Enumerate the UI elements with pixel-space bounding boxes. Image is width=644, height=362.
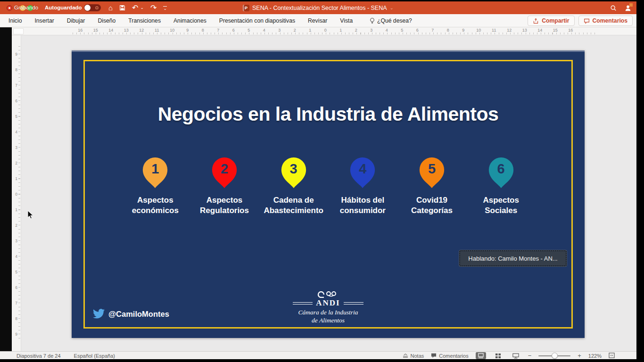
tell-me-tab[interactable]: ¿Qué desea?: [370, 17, 412, 24]
ruler-number: 3: [364, 28, 380, 33]
statusbar: Diapositiva 7 de 24 Español (España) Not…: [0, 351, 636, 359]
notes-icon: [403, 354, 408, 358]
ruler-number: 7: [425, 28, 441, 33]
document-title: SENA - Contextualización Sector Alimento…: [252, 5, 387, 11]
notes-toggle[interactable]: Notas: [403, 353, 424, 359]
titlebar: Grabando Autoguardado ⌂ ↶ ⌄ ↷ ⌄ P SENA -…: [0, 1, 636, 14]
ribbon-tab[interactable]: Presentación con diapositivas: [219, 17, 295, 24]
presence-badge: [629, 3, 633, 7]
ribbon-tab[interactable]: Inicio: [8, 17, 22, 24]
title-chevron-down-icon[interactable]: ⌄: [390, 5, 394, 10]
numbered-pin[interactable]: 1 Aspectoseconómicos: [121, 156, 190, 216]
horizontal-ruler-numbers: 1615141312111098765432101234567891011121…: [73, 28, 578, 33]
comments-button[interactable]: Comentarios: [578, 16, 633, 26]
pin-label: Hábitos delconsumidor: [340, 195, 386, 216]
share-label: Compartir: [542, 17, 569, 24]
slide-title[interactable]: Negocios en la Industria de Alimentos: [72, 103, 585, 125]
normal-view-icon: [478, 353, 484, 358]
ribbon-tab[interactable]: Diseño: [98, 17, 116, 24]
comments-status-label: Comentarios: [439, 353, 468, 359]
ribbon-tab[interactable]: Animaciones: [173, 17, 206, 24]
ruler-number: 12: [502, 28, 517, 33]
pin-label: AspectosSociales: [483, 195, 519, 216]
ruler-number: 4: [256, 28, 272, 33]
zoom-in-button[interactable]: +: [578, 352, 581, 359]
zoom-out-button[interactable]: −: [528, 352, 532, 359]
ruler-number: 9: [456, 28, 471, 33]
ruler-number: 14: [532, 28, 548, 33]
slideshow-view-button[interactable]: [511, 352, 521, 359]
screen: Grabando Autoguardado ⌂ ↶ ⌄ ↷ ⌄ P SENA -…: [0, 0, 644, 362]
vertical-ruler-ticks: [18, 46, 20, 342]
ribbon-tab[interactable]: Insertar: [34, 17, 54, 24]
screen-edge-right: [636, 0, 644, 362]
slide-sorter-icon: [495, 353, 501, 359]
ribbon-tab[interactable]: Transiciones: [128, 17, 161, 24]
ruler-number: 1: [303, 28, 318, 33]
ruler-number: 2: [348, 28, 364, 33]
ruler-number: 13: [517, 28, 533, 33]
ruler-number: 8: [195, 28, 211, 33]
ribbon-tab[interactable]: Dibujar: [67, 17, 85, 24]
normal-view-button[interactable]: [476, 352, 486, 359]
pin-label: Aspectoseconómicos: [132, 195, 179, 216]
numbered-pin[interactable]: 6 AspectosSociales: [466, 156, 536, 216]
horizontal-ruler[interactable]: 1615141312111098765432101234567891011121…: [12, 27, 636, 35]
vertical-ruler[interactable]: 9876543210123456789: [12, 35, 21, 351]
zoom-slider-knob[interactable]: [552, 353, 558, 359]
numbered-pin[interactable]: 3 Cadena deAbastecimiento: [259, 156, 328, 216]
ruler-number: 15: [88, 28, 104, 33]
ruler-number: 16: [563, 28, 578, 33]
andi-swirl-icon: [317, 291, 339, 298]
screen-edge-bottom: [0, 359, 644, 362]
screen-edge-top: [0, 0, 644, 1]
speaking-banner-text: Hablando: Camilo Montes - AN...: [468, 255, 557, 262]
fit-slide-button[interactable]: [609, 353, 615, 359]
ruler-number: 5: [395, 28, 410, 33]
recording-label: Grabando: [14, 5, 38, 10]
ribbon-tab[interactable]: Vista: [340, 17, 353, 24]
slideshow-icon: [512, 353, 519, 359]
ribbon-tab[interactable]: Revisar: [308, 17, 327, 24]
comments-status-icon: [431, 353, 437, 358]
document-title-area[interactable]: P SENA - Contextualización Sector Alimen…: [0, 1, 636, 14]
numbered-pin[interactable]: 5 Covid19Categorías: [397, 156, 467, 216]
ruler-number: 9: [180, 28, 196, 33]
andi-logo: ANDI Cámara de la Industria de Alimentos: [72, 291, 585, 325]
mouse-cursor: [27, 210, 33, 219]
fit-to-window-icon: [609, 353, 615, 358]
slide[interactable]: Negocios en la Industria de Alimentos 1 …: [72, 50, 585, 338]
language-indicator[interactable]: Español (España): [74, 353, 115, 359]
slide-counter[interactable]: Diapositiva 7 de 24: [17, 353, 61, 359]
logo-rule-right: [344, 302, 363, 304]
ruler-number: 10: [165, 28, 180, 33]
ruler-number: 1: [333, 28, 349, 33]
share-button[interactable]: Compartir: [528, 16, 574, 26]
ruler-number: 0: [318, 28, 333, 33]
comments-label: Comentarios: [593, 17, 628, 24]
ruler-corner-box: [13, 28, 24, 34]
slide-sorter-view-button[interactable]: [493, 352, 504, 359]
numbered-pin[interactable]: 2 AspectosRegulatorios: [190, 156, 259, 216]
pin-number: 6: [487, 161, 516, 177]
slide-top-edge: [72, 50, 585, 52]
notes-label: Notas: [411, 353, 424, 359]
pin-label: Cadena deAbastecimiento: [264, 195, 323, 216]
search-icon[interactable]: [610, 5, 617, 11]
speaking-banner[interactable]: Hablando: Camilo Montes - AN...: [459, 250, 567, 266]
pin-number: 3: [279, 161, 308, 177]
numbered-pin[interactable]: 4 Hábitos delconsumidor: [328, 156, 397, 216]
zoom-slider[interactable]: [538, 355, 570, 356]
ruler-number: 11: [487, 28, 502, 33]
left-screen-gutter: [0, 27, 12, 351]
ruler-number: 3: [272, 28, 288, 33]
comments-toggle[interactable]: Comentarios: [431, 353, 468, 359]
logo-rule-left: [293, 302, 313, 304]
pins-row: 1 Aspectoseconómicos 2 AspectosRegulator…: [121, 156, 536, 216]
ruler-number: 15: [548, 28, 563, 33]
pin-label: AspectosRegulatorios: [200, 195, 249, 216]
ruler-number: 8: [440, 28, 456, 33]
zoom-level[interactable]: 122%: [588, 353, 602, 359]
comment-icon: [584, 18, 590, 24]
presence-person-icon[interactable]: [624, 5, 632, 11]
